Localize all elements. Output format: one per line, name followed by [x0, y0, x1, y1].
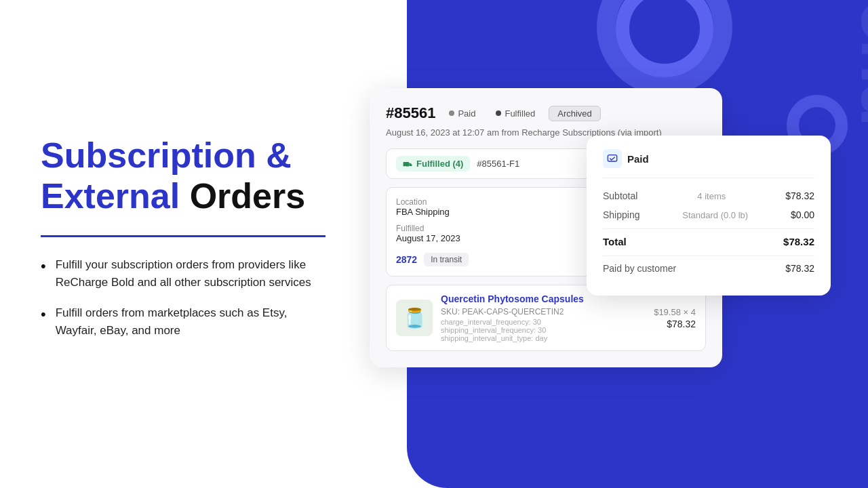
paid-by-label: Paid by customer [603, 263, 676, 274]
payment-divider-2 [603, 256, 814, 256]
subtotal-row: Subtotal 4 items $78.32 [603, 190, 814, 201]
shipping-method: Standard (0.0 lb) [682, 210, 748, 220]
tracking-link[interactable]: 2872 [396, 254, 417, 265]
product-meta-1: charge_interval_frequency: 30 [441, 318, 646, 326]
paid-dot [449, 110, 454, 116]
product-meta-2: shipping_interval_frequency: 30 [441, 326, 646, 334]
fulfillment-label: Fulfilled (4) [416, 159, 463, 169]
product-price: $19.58 × 4 $78.32 [654, 307, 696, 329]
subtotal-amount: $78.32 [785, 190, 814, 201]
heading-line2-blue: External [41, 176, 180, 216]
svg-rect-3 [608, 155, 616, 161]
total-label: Total [603, 236, 627, 247]
page-heading: Subscription & External Orders [41, 136, 326, 217]
svg-point-2 [409, 165, 410, 167]
product-image: 🫙 [396, 300, 433, 336]
paid-label: Paid [458, 108, 475, 119]
heading-line2-black: Orders [180, 176, 305, 216]
product-emoji: 🫙 [403, 307, 427, 329]
archived-badge: Archived [549, 106, 601, 121]
truck-icon [403, 159, 412, 169]
order-header: #85561 Paid Fulfilled Archived [386, 104, 706, 122]
payment-header: Paid [603, 149, 814, 178]
product-info: Quercetin Phytosome Capsules SKU: PEAK-C… [441, 293, 646, 342]
unit-price: $19.58 [654, 307, 681, 317]
payment-card: Paid Subtotal 4 items $78.32 Shipping St… [587, 136, 831, 296]
heading-line1: Subscription & [41, 136, 292, 175]
payment-divider-1 [603, 228, 814, 229]
watermark-text: Bytefend [846, 0, 869, 125]
total-row: Total $78.32 [603, 236, 814, 247]
product-sku: SKU: PEAK-CAPS-QUERCETIN2 [441, 307, 646, 317]
shipping-row: Shipping Standard (0.0 lb) $0.00 [603, 209, 814, 220]
price-formula: $19.58 × 4 [654, 307, 696, 317]
svg-rect-0 [403, 162, 410, 166]
feature-list: Fulfill your subscription orders from pr… [41, 256, 326, 352]
paid-title: Paid [627, 153, 649, 165]
shipping-amount: $0.00 [791, 209, 814, 220]
subtotal-items: 4 items [697, 191, 726, 201]
fulfilled-label: Fulfilled [505, 108, 535, 119]
paid-badge: Paid [442, 106, 482, 121]
times-symbol: × [684, 307, 691, 317]
feature-item-1: Fulfill your subscription orders from pr… [41, 256, 326, 291]
paid-by-row: Paid by customer $78.32 [603, 263, 814, 274]
left-panel: Subscription & External Orders Fulfill y… [0, 0, 366, 488]
fulfillment-badge: Fulfilled (4) [396, 156, 470, 171]
product-meta-3: shipping_interval_unit_type: day [441, 334, 646, 342]
total-amount: $78.32 [783, 236, 814, 247]
paid-by-amount: $78.32 [785, 263, 814, 274]
transit-badge: In transit [424, 253, 469, 266]
fulfilled-badge: Fulfilled [489, 106, 542, 121]
subtotal-label: Subtotal [603, 190, 637, 201]
quantity: 4 [691, 307, 696, 317]
shipping-label: Shipping [603, 209, 640, 220]
fulfilled-dot [496, 110, 501, 116]
feature-item-2: Fulfill orders from marketplaces such as… [41, 304, 326, 339]
heading-divider [41, 235, 326, 237]
order-number: #85561 [386, 104, 435, 122]
product-total: $78.32 [654, 319, 696, 329]
paid-icon [603, 149, 622, 168]
checkmark-icon [607, 153, 618, 164]
svg-point-1 [404, 165, 406, 167]
fulfillment-id: #85561-F1 [477, 159, 519, 169]
